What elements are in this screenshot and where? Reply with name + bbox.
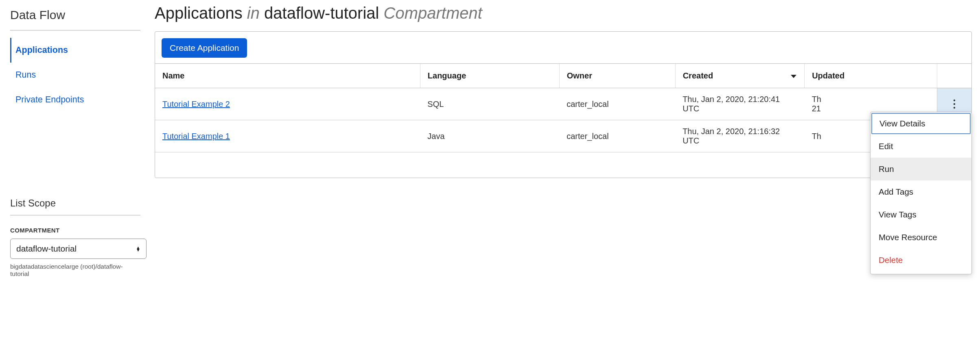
menu-item-run[interactable]: Run [871,158,971,180]
page-title-entity: Applications [155,4,243,22]
sort-desc-icon [790,71,797,80]
sidebar-item-applications[interactable]: Applications [10,38,140,63]
column-header-name-label: Name [162,71,184,80]
page-title-connector: in [247,4,260,22]
row-actions-menu: View Details Edit Run Add Tags View Tags… [870,112,972,274]
table-row: Tutorial Example 1 Java carter_local Thu… [155,120,971,152]
menu-item-add-tags[interactable]: Add Tags [871,180,971,203]
cell-language: SQL [420,88,559,120]
menu-item-view-tags[interactable]: View Tags [871,203,971,226]
column-header-language[interactable]: Language [420,64,559,88]
column-header-created-label: Created [683,71,713,80]
application-link[interactable]: Tutorial Example 2 [162,100,230,109]
sidebar: Data Flow Applications Runs Private Endp… [0,0,151,354]
cell-updated-line1: Th [812,132,821,141]
column-header-language-label: Language [428,71,466,80]
page-title: Applications in dataflow-tutorial Compar… [155,4,972,22]
column-header-owner[interactable]: Owner [559,64,675,88]
application-link[interactable]: Tutorial Example 1 [162,132,230,141]
applications-panel: Create Application Name Language Owner [155,31,972,178]
create-application-button[interactable]: Create Application [162,38,247,58]
list-scope-section: List Scope COMPARTMENT dataflow-tutorial… [10,198,140,278]
main-content: Applications in dataflow-tutorial Compar… [151,0,980,354]
sidebar-item-private-endpoints[interactable]: Private Endpoints [10,87,140,112]
svg-point-3 [954,107,955,109]
column-header-actions [937,64,971,88]
sidebar-item-runs[interactable]: Runs [10,63,140,87]
compartment-select[interactable]: dataflow-tutorial ▲▼ [10,239,147,259]
list-scope-title: List Scope [10,198,140,215]
svg-marker-0 [791,75,796,78]
compartment-select-value: dataflow-tutorial [16,244,77,254]
menu-item-view-details[interactable]: View Details [871,113,971,134]
table-header-row: Name Language Owner Created [155,64,971,88]
table-footer: Showing 2 [155,152,971,178]
cell-owner: carter_local [559,88,675,120]
cell-updated-line1: Th [812,95,821,104]
column-header-created[interactable]: Created [675,64,805,88]
svg-point-1 [954,100,955,101]
compartment-path: bigdatadatasciencelarge (root)/dataflow-… [10,263,140,278]
menu-item-delete[interactable]: Delete [871,249,971,271]
sidebar-nav: Applications Runs Private Endpoints [10,38,140,112]
cell-updated-line2: 21 [812,104,821,113]
select-stepper-icon: ▲▼ [136,246,140,251]
menu-item-edit[interactable]: Edit [871,135,971,158]
cell-created: Thu, Jan 2, 2020, 21:16:32 UTC [675,120,805,152]
column-header-updated-label: Updated [812,71,844,80]
sidebar-title: Data Flow [10,8,140,30]
compartment-label: COMPARTMENT [10,227,140,234]
table-row: Tutorial Example 2 SQL carter_local Thu,… [155,88,971,120]
column-header-owner-label: Owner [567,71,592,80]
cell-owner: carter_local [559,120,675,152]
menu-item-move-resource[interactable]: Move Resource [871,226,971,249]
column-header-updated[interactable]: Updated [805,64,937,88]
page-title-compartment: dataflow-tutorial [264,4,379,22]
kebab-icon [953,99,956,109]
page-title-suffix: Compartment [384,4,482,22]
svg-point-2 [954,103,955,105]
applications-table: Name Language Owner Created [155,64,971,152]
cell-created: Thu, Jan 2, 2020, 21:20:41 UTC [675,88,805,120]
panel-toolbar: Create Application [155,32,971,64]
column-header-name[interactable]: Name [155,64,420,88]
cell-language: Java [420,120,559,152]
